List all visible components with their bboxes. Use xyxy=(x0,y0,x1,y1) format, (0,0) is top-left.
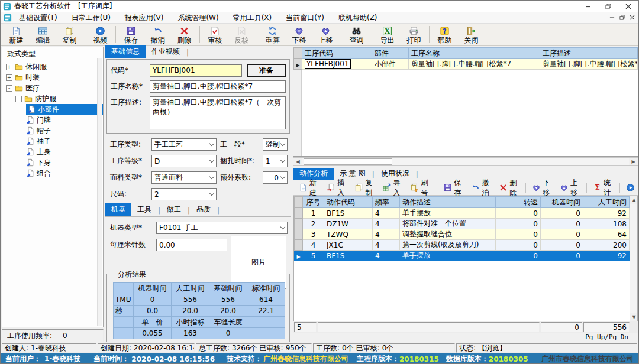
tree-item-lower-body[interactable]: 下身 xyxy=(2,157,103,168)
size-select[interactable]: 2 xyxy=(151,188,217,200)
action-desc-cell: 单手摆放 xyxy=(400,251,496,261)
mdi-minimize-icon[interactable] xyxy=(609,15,615,21)
picture-label: 图片 xyxy=(251,258,266,268)
delete-button[interactable]: 删除 xyxy=(171,24,198,46)
new-button[interactable]: 新建 xyxy=(3,24,30,46)
action-row[interactable]: 4 JX1C 4 第一次剪线(取及放剪刀) 0 0 200 xyxy=(295,240,630,251)
horizontal-scrollbar[interactable]: ◀ ▶ xyxy=(293,157,638,166)
process-table-row[interactable]: ▶ YLFHFBJ001 小部件 剪量袖口.脚口.中腰.帽口松紧*7 剪量袖口.… xyxy=(294,59,638,70)
menu-daily-work[interactable]: 日常工作(U) xyxy=(64,12,118,23)
menu-common-tools[interactable]: 常用工具(X) xyxy=(226,12,279,23)
menu-basic-settings[interactable]: 基础设置(T) xyxy=(12,12,64,23)
move-down-button[interactable]: 下移 xyxy=(286,24,312,46)
video-button[interactable]: 视频 xyxy=(87,24,114,46)
recalculate-button[interactable]: 重算 xyxy=(259,24,286,46)
stitches-per-cm-input[interactable]: 0.00 xyxy=(156,239,227,251)
col-header-process-name[interactable]: 工序名称 xyxy=(409,48,540,59)
tab-work-video[interactable]: 作业视频 xyxy=(146,46,186,58)
mdi-close-icon[interactable] xyxy=(630,15,635,21)
undo-button[interactable]: 撤消 xyxy=(144,24,171,46)
restore-button[interactable] xyxy=(598,1,618,12)
close-form-button[interactable]: 关闭 xyxy=(458,24,485,46)
menu-reports[interactable]: 报表应用(V) xyxy=(118,12,171,23)
tree-scrollbar[interactable] xyxy=(97,58,102,326)
scroll-up-icon[interactable]: ▲ xyxy=(630,196,638,204)
col-header-process-code[interactable]: 工序代码 xyxy=(302,48,372,59)
action-row[interactable]: 1 BF1S 4 单手摆放 0 0 92 xyxy=(295,208,630,219)
export-button[interactable]: 导出 xyxy=(374,24,401,46)
extra-factor-spinner[interactable]: 0 xyxy=(263,171,288,184)
expand-icon[interactable]: - xyxy=(6,85,12,92)
action-row-selected[interactable]: ▶ 5 BF1S 4 单手摆放 0 0 92 xyxy=(295,251,630,261)
search-button[interactable]: 查询 xyxy=(343,24,370,46)
tree-item-small-parts[interactable]: 小部件 xyxy=(2,104,103,115)
print-button[interactable]: 打印 xyxy=(401,24,427,46)
machine-type-select[interactable]: F0101-手工 xyxy=(156,222,288,234)
bundle-time-select[interactable]: 1 xyxy=(263,155,288,167)
col-header-action-desc[interactable]: 动作描述 xyxy=(400,197,496,208)
bottom-info-bar: 当前用户： 1-春晓科技 当前时间： 2020-02-08 16:15:56 技… xyxy=(1,353,638,364)
tab-machine[interactable]: 机器 xyxy=(105,203,131,216)
process-desc-input[interactable]: 剪量袖口.脚口.中腰.帽口松紧*7（一次剪两根） xyxy=(150,96,286,129)
labor-time-cell: 92 xyxy=(583,208,630,219)
menu-current-window[interactable]: 当前窗口(Y) xyxy=(279,12,331,23)
help-button[interactable]: 帮助 xyxy=(431,24,458,46)
action-row[interactable]: 2 DZ1W 4 将部件对准一个位置 0 0 108 xyxy=(295,219,630,229)
tree-item-casualwear[interactable]: + 休闲服 xyxy=(2,61,103,72)
move-up-button[interactable]: 上移 xyxy=(312,24,339,46)
edit-button[interactable]: 编辑 xyxy=(30,24,56,46)
process-grade-select[interactable]: D xyxy=(151,155,217,167)
menu-system-admin[interactable]: 系统管理(W) xyxy=(170,12,225,23)
code-input[interactable]: YLFHFBJ001 xyxy=(150,64,242,77)
tree-item-fashion[interactable]: + 时装 xyxy=(2,72,103,83)
tree-item-sleeve[interactable]: 袖子 xyxy=(2,136,103,147)
scroll-left-icon[interactable]: ◀ xyxy=(293,158,302,165)
col-header-speed[interactable]: 转速 xyxy=(496,197,541,208)
vertical-scrollbar[interactable]: ▲ ▼ xyxy=(630,196,637,321)
menu-online-help[interactable]: 联机帮助(Z) xyxy=(331,12,385,23)
summary-spacer xyxy=(318,322,540,332)
tree-item-label: 时装 xyxy=(25,73,40,83)
tree-item-combination[interactable]: 组合 xyxy=(2,168,103,178)
col-header-labor-time[interactable]: 人工时间 xyxy=(583,197,630,208)
scrollbar-thumb[interactable] xyxy=(304,158,392,165)
minimize-button[interactable] xyxy=(578,1,598,12)
tree-item-medical[interactable]: - 医疗 xyxy=(2,83,103,93)
col-header-action-code[interactable]: 动作代码 xyxy=(324,197,373,208)
scroll-right-icon[interactable]: ▶ xyxy=(629,158,638,165)
close-button[interactable] xyxy=(618,1,638,12)
action-play-button[interactable] xyxy=(623,182,638,193)
mdi-restore-icon[interactable] xyxy=(619,15,625,21)
button-label: 导入 xyxy=(393,178,403,198)
tree-item-hat[interactable]: 帽子 xyxy=(2,125,103,136)
tab-workmanship[interactable]: 做工 xyxy=(161,203,187,216)
col-header-seq[interactable]: 序号 xyxy=(303,197,324,208)
tree-item-upper-body[interactable]: 上身 xyxy=(2,147,103,157)
tree-item-protective-clothing[interactable]: - 防护服 xyxy=(2,93,103,104)
action-row[interactable]: 3 TZWQ 4 调整握取缝合位 0 0 64 xyxy=(295,229,630,240)
col-header-part[interactable]: 部件 xyxy=(372,48,409,59)
play-icon xyxy=(626,183,635,192)
expand-icon[interactable]: - xyxy=(15,96,22,102)
process-name-input[interactable]: 剪量袖口.脚口.中腰.帽口松紧*7 xyxy=(150,80,286,93)
tab-tools[interactable]: 工具 xyxy=(131,203,157,216)
creator-section: 创建人: 1-春晓科技 xyxy=(2,343,96,353)
process-code-cell[interactable]: YLFHFBJ001 xyxy=(305,59,351,69)
expand-icon[interactable]: + xyxy=(6,64,12,70)
expand-icon[interactable]: + xyxy=(6,74,12,81)
work-section-select[interactable]: 缝制 xyxy=(263,138,288,151)
copy-button[interactable]: 复制 xyxy=(56,24,83,46)
col-header-machine-time[interactable]: 机器时间 xyxy=(541,197,583,208)
frequency-cell: 4 xyxy=(373,251,400,261)
audit-button[interactable]: 审核 xyxy=(202,24,228,46)
prepare-button[interactable]: 准备 xyxy=(247,64,286,77)
scroll-down-icon[interactable]: ▼ xyxy=(630,313,638,321)
process-type-select[interactable]: 手工工艺 xyxy=(151,138,217,151)
col-header-process-desc[interactable]: 工序描述 xyxy=(540,48,638,59)
tab-quality[interactable]: 品质 xyxy=(191,203,217,216)
save-button[interactable]: 保存 xyxy=(118,24,144,46)
fabric-type-select[interactable]: 普通面料 xyxy=(151,171,217,184)
tree-item-door-plate[interactable]: 门牌 xyxy=(2,115,103,125)
col-header-frequency[interactable]: 频率 xyxy=(373,197,400,208)
tab-basic-info[interactable]: 基础信息 xyxy=(105,46,146,58)
